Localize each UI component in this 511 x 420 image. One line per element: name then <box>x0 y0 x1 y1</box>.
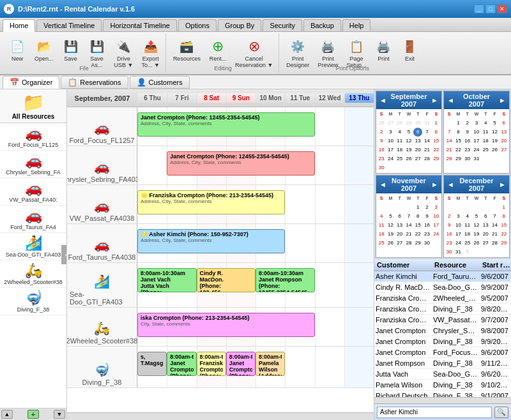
sep-16[interactable]: 16 <box>377 146 386 154</box>
chrysler-reservation[interactable]: Janet Crompton (Phone: 12455-2354-54545)… <box>167 151 314 176</box>
dec-23[interactable]: 23 <box>445 239 454 248</box>
oct-21[interactable]: 21 <box>445 146 454 154</box>
sep-9[interactable]: 9 <box>377 137 386 146</box>
dec-1[interactable]: 1 <box>500 203 508 212</box>
oct-prev-nav[interactable]: ◄ <box>445 96 456 104</box>
sep-prev-we[interactable]: 29 <box>404 119 413 128</box>
sep-prev-tu[interactable]: 28 <box>395 119 404 128</box>
sep-next-nav[interactable]: ► <box>429 96 440 104</box>
nov-13[interactable]: 13 <box>395 221 404 230</box>
res-list-row-4[interactable]: Franziska Crompton VW_Passat_FA403 9/7/2… <box>374 315 511 326</box>
dec-14[interactable]: 14 <box>490 221 499 230</box>
sep-18[interactable]: 18 <box>395 146 404 154</box>
cell-vw-8[interactable] <box>344 185 374 223</box>
search-button[interactable]: 🔍 <box>494 407 508 418</box>
oct-7[interactable]: 7 <box>445 128 454 137</box>
sep-25[interactable]: 25 <box>395 154 404 163</box>
dec-next-nav[interactable]: ► <box>497 181 508 188</box>
resource-add-button[interactable]: + <box>27 410 39 419</box>
sep-5[interactable]: 5 <box>404 128 413 137</box>
vw-reservation[interactable]: 🌟 Franziska Crompton (Phone: 213-2354-54… <box>137 190 285 214</box>
diving-res-1[interactable]: 8:00am-tJanetCrompto(Phone: <box>167 352 196 376</box>
dec-13[interactable]: 13 <box>481 221 490 230</box>
menu-tab-horizontal[interactable]: Horizontal Timeline <box>103 19 177 31</box>
ford-focus-reservation[interactable]: Janet Crompton (Phone: 12455-2354-54545)… <box>137 112 315 137</box>
oct-16[interactable]: 16 <box>463 137 472 146</box>
dec-8[interactable]: 8 <box>500 212 508 221</box>
res-list-hscroll[interactable] <box>374 397 511 403</box>
dec-6[interactable]: 6 <box>481 212 490 221</box>
sep-20[interactable]: 20 <box>413 146 422 154</box>
res-list-row-9[interactable]: Jutta Vach Sea-Doo_GTI_FA4 9/6/2007 8:0 <box>374 369 511 380</box>
sep-12[interactable]: 12 <box>404 137 413 146</box>
close-button[interactable]: ✕ <box>497 4 507 13</box>
cell-dv-7[interactable] <box>315 347 344 387</box>
restore-button[interactable]: □ <box>485 4 496 13</box>
tab-organizer[interactable]: 📅 Organizer <box>3 76 59 89</box>
sep-10[interactable]: 10 <box>386 137 395 146</box>
cell-ch-8[interactable] <box>344 146 374 184</box>
sea-doo-res-1[interactable]: 8:00am-10:30amJanet VachJutta Vach(Phone… <box>137 268 197 292</box>
nov-26[interactable]: 26 <box>386 239 395 248</box>
dec-28[interactable]: 28 <box>490 239 499 248</box>
resources-button[interactable]: 🗃️ Resources <box>170 36 204 64</box>
nov-25[interactable]: 25 <box>377 239 386 248</box>
res-list-row-5[interactable]: Janet Crompton Chrysler_Sebring_ 9/8/200… <box>374 326 511 336</box>
nov-9[interactable]: 9 <box>422 212 431 221</box>
cell-dv-8[interactable] <box>344 347 374 387</box>
menu-tab-help[interactable]: Help <box>342 19 371 31</box>
dec-26[interactable]: 26 <box>472 239 481 248</box>
cell-ch-7[interactable] <box>315 146 344 184</box>
nov-7[interactable]: 7 <box>404 212 413 221</box>
nov-2[interactable]: 2 <box>422 203 431 212</box>
nov-24[interactable]: 24 <box>432 230 441 239</box>
nov-18[interactable]: 18 <box>377 230 386 239</box>
nov-21[interactable]: 21 <box>404 230 413 239</box>
sea-doo-res-3[interactable]: 8:00am-10:30amJanet Rompson(Phone:12455-… <box>256 268 315 292</box>
sep-27[interactable]: 27 <box>413 154 422 163</box>
sep-23[interactable]: 23 <box>377 154 386 163</box>
diving-res-4[interactable]: 8:00am-tPamelaWilson(Address <box>256 352 285 376</box>
oct-6[interactable]: 6 <box>500 119 508 128</box>
sep-29[interactable]: 29 <box>432 154 441 163</box>
oct-25[interactable]: 25 <box>481 146 490 154</box>
oct-5[interactable]: 5 <box>490 119 499 128</box>
2wheeled-reservation[interactable]: iska Crompton (Phone: 213-2354-54545) Ci… <box>137 313 315 337</box>
oct-10[interactable]: 10 <box>472 128 481 137</box>
minimize-button[interactable]: _ <box>474 4 484 13</box>
oct-12[interactable]: 12 <box>490 128 499 137</box>
oct-19[interactable]: 19 <box>490 137 499 146</box>
cell-ft-7[interactable] <box>315 224 344 262</box>
resource-scroll-up[interactable]: ▲ <box>1 410 13 419</box>
resource-item-2wheeled[interactable]: 🛵 2Wheeled_Scooter#38 <box>0 260 66 288</box>
search-input[interactable] <box>377 407 492 418</box>
nov-10[interactable]: 10 <box>432 212 441 221</box>
cell-vw-6[interactable] <box>285 185 314 223</box>
oct-24[interactable]: 24 <box>472 146 481 154</box>
dec-20[interactable]: 20 <box>481 230 490 239</box>
oct-1[interactable]: 1 <box>454 119 462 128</box>
res-list-row-7[interactable]: Janet Crompton Ford_Focus_FL1257 9/6/200… <box>374 347 511 358</box>
exit-button[interactable]: 🚪 Exit <box>397 36 422 64</box>
oct-29[interactable]: 29 <box>454 154 462 163</box>
diving-res-3[interactable]: 8:00am-tJanetCrompto(Phone: <box>226 352 256 376</box>
nov-prev-nav[interactable]: ◄ <box>378 181 388 188</box>
res-list-row-2[interactable]: Franziska Crompton 2Wheeled_Scooter 9/5/… <box>374 293 511 304</box>
nov-28[interactable]: 28 <box>404 239 413 248</box>
dec-5[interactable]: 5 <box>472 212 481 221</box>
panel-collapse-arrow[interactable]: ◄ <box>61 245 67 264</box>
sep-30[interactable]: 30 <box>377 163 386 172</box>
dec-12[interactable]: 12 <box>472 221 481 230</box>
menu-tab-options[interactable]: Options <box>178 19 217 31</box>
dec-31[interactable]: 31 <box>454 248 462 257</box>
cell-sd-8[interactable] <box>344 263 374 307</box>
sep-24[interactable]: 24 <box>386 154 395 163</box>
res-list-row-1[interactable]: Cindy R. MacDougl Sea-Doo_GTI_FA4 9/9/20… <box>374 282 511 293</box>
oct-next-nav[interactable]: ► <box>497 96 508 104</box>
nov-3[interactable]: 3 <box>432 203 441 212</box>
diving-res-2[interactable]: 8:00am-tFranziskCrompto(Phone: <box>197 352 226 376</box>
sep-13[interactable]: 13 <box>413 137 422 146</box>
oct-4[interactable]: 4 <box>481 119 490 128</box>
cell-2w-7[interactable] <box>315 308 344 346</box>
sep-prev-mo[interactable]: 27 <box>386 119 395 128</box>
